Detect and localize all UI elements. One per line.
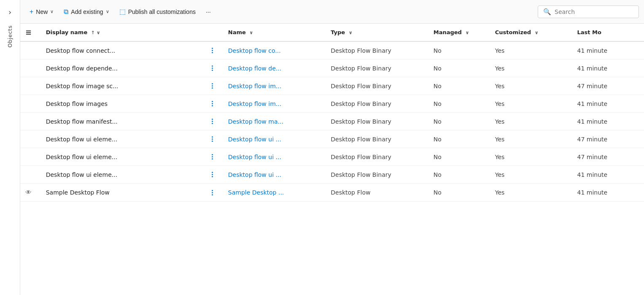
- search-placeholder: Search: [555, 8, 575, 15]
- cell-name: Desktop flow ui ...: [223, 130, 326, 148]
- chevron-right-icon: ›: [8, 8, 11, 16]
- cell-customized: Yes: [490, 41, 572, 60]
- add-existing-button[interactable]: ⧉ Add existing ∨: [59, 5, 113, 18]
- row-more-menu-button[interactable]: [210, 118, 215, 125]
- table-row: Desktop flow ui eleme... Desktop flow ui…: [20, 130, 644, 148]
- cell-more-menu[interactable]: [205, 60, 223, 77]
- row-more-menu-button[interactable]: [210, 189, 215, 196]
- table-row: Desktop flow depende... Desktop flow de.…: [20, 60, 644, 77]
- col-header-customized[interactable]: Customized ∨: [490, 24, 572, 41]
- cell-more-menu[interactable]: [205, 130, 223, 148]
- more-options-label: ···: [206, 8, 211, 15]
- cell-customized: Yes: [490, 77, 572, 95]
- cell-customized: Yes: [490, 113, 572, 130]
- cell-display-name: Desktop flow ui eleme...: [41, 148, 205, 166]
- cell-name: Desktop flow co...: [223, 41, 326, 60]
- cell-managed: No: [428, 184, 490, 202]
- col-header-name[interactable]: Name ∨: [223, 24, 326, 41]
- plus-icon: +: [30, 8, 33, 16]
- cell-type: Desktop Flow: [326, 184, 428, 202]
- cell-display-name: Desktop flow depende...: [41, 60, 205, 77]
- cell-customized: Yes: [490, 166, 572, 184]
- cell-customized: Yes: [490, 130, 572, 148]
- cell-more-menu[interactable]: [205, 95, 223, 113]
- row-more-menu-button[interactable]: [210, 171, 215, 178]
- display-name-sort-icon: ↑ ∨: [91, 30, 100, 35]
- table-row: 👁Sample Desktop Flow Sample Desktop ...D…: [20, 184, 644, 202]
- cell-last-modified: 47 minute: [572, 130, 644, 148]
- app-container: › Objects + New ∨ ⧉ Add existing ∨ ⬚ Pub…: [0, 0, 644, 295]
- cell-managed: No: [428, 148, 490, 166]
- row-icon-cell: [20, 113, 41, 130]
- cell-managed: No: [428, 60, 490, 77]
- cell-name: Desktop flow ui ...: [223, 166, 326, 184]
- type-sort-icon: ∨: [349, 30, 353, 35]
- cell-display-name: Desktop flow ui eleme...: [41, 130, 205, 148]
- cell-type: Desktop Flow Binary: [326, 130, 428, 148]
- new-button[interactable]: + New ∨: [25, 5, 58, 18]
- cell-more-menu[interactable]: [205, 166, 223, 184]
- cell-name: Desktop flow de...: [223, 60, 326, 77]
- cell-type: Desktop Flow Binary: [326, 166, 428, 184]
- table-container: ≡ Display name ↑ ∨ Name ∨ Type: [20, 24, 644, 295]
- managed-sort-icon: ∨: [465, 30, 469, 35]
- col-header-last-modified[interactable]: Last Mo: [572, 24, 644, 41]
- cell-managed: No: [428, 166, 490, 184]
- cell-last-modified: 41 minute: [572, 95, 644, 113]
- table-body: Desktop flow connect... Desktop flow co.…: [20, 41, 644, 202]
- table-row: Desktop flow images Desktop flow im...De…: [20, 95, 644, 113]
- row-more-menu-button[interactable]: [210, 153, 215, 160]
- sidebar-toggle-button[interactable]: ›: [3, 5, 17, 19]
- objects-table: ≡ Display name ↑ ∨ Name ∨ Type: [20, 24, 644, 202]
- cell-managed: No: [428, 41, 490, 60]
- new-chevron-icon: ∨: [50, 9, 54, 14]
- cell-name: Desktop flow ma...: [223, 113, 326, 130]
- row-more-menu-button[interactable]: [210, 47, 215, 54]
- main-content: + New ∨ ⧉ Add existing ∨ ⬚ Publish all c…: [20, 0, 644, 295]
- new-button-label: New: [36, 8, 48, 15]
- table-row: Desktop flow ui eleme... Desktop flow ui…: [20, 148, 644, 166]
- name-sort-icon: ∨: [249, 30, 253, 35]
- row-icon-cell: [20, 95, 41, 113]
- publish-icon: ⬚: [119, 8, 126, 16]
- cell-more-menu[interactable]: [205, 41, 223, 60]
- cell-customized: Yes: [490, 184, 572, 202]
- cell-display-name: Desktop flow ui eleme...: [41, 166, 205, 184]
- cell-display-name: Desktop flow manifest...: [41, 113, 205, 130]
- row-icon-cell: [20, 77, 41, 95]
- publish-button[interactable]: ⬚ Publish all customizations: [115, 5, 200, 18]
- cell-last-modified: 41 minute: [572, 184, 644, 202]
- cell-last-modified: 41 minute: [572, 60, 644, 77]
- cell-name: Desktop flow im...: [223, 95, 326, 113]
- cell-type: Desktop Flow Binary: [326, 41, 428, 60]
- cell-customized: Yes: [490, 60, 572, 77]
- cell-type: Desktop Flow Binary: [326, 148, 428, 166]
- row-more-menu-button[interactable]: [210, 100, 215, 107]
- add-existing-chevron-icon: ∨: [106, 9, 109, 14]
- col-header-display-name[interactable]: Display name ↑ ∨: [41, 24, 205, 41]
- row-icon-cell: [20, 60, 41, 77]
- row-icon-cell: [20, 41, 41, 60]
- table-row: Desktop flow manifest... Desktop flow ma…: [20, 113, 644, 130]
- search-box[interactable]: 🔍 Search: [538, 5, 639, 18]
- cell-name: Sample Desktop ...: [223, 184, 326, 202]
- cell-more-menu[interactable]: [205, 113, 223, 130]
- cell-more-menu[interactable]: [205, 77, 223, 95]
- table-row: Desktop flow image sc... Desktop flow im…: [20, 77, 644, 95]
- cell-type: Desktop Flow Binary: [326, 77, 428, 95]
- row-more-menu-button[interactable]: [210, 65, 215, 72]
- cell-customized: Yes: [490, 148, 572, 166]
- table-row: Desktop flow ui eleme... Desktop flow ui…: [20, 166, 644, 184]
- cell-more-menu[interactable]: [205, 148, 223, 166]
- eye-icon: 👁: [25, 189, 32, 196]
- col-header-menu: [205, 24, 223, 41]
- sidebar-panel: › Objects: [0, 0, 20, 295]
- cell-name: Desktop flow im...: [223, 77, 326, 95]
- more-options-button[interactable]: ···: [202, 6, 215, 18]
- cell-display-name: Desktop flow images: [41, 95, 205, 113]
- cell-more-menu[interactable]: [205, 184, 223, 202]
- col-header-managed[interactable]: Managed ∨: [428, 24, 490, 41]
- col-header-type[interactable]: Type ∨: [326, 24, 428, 41]
- row-more-menu-button[interactable]: [210, 82, 215, 89]
- row-more-menu-button[interactable]: [210, 135, 215, 143]
